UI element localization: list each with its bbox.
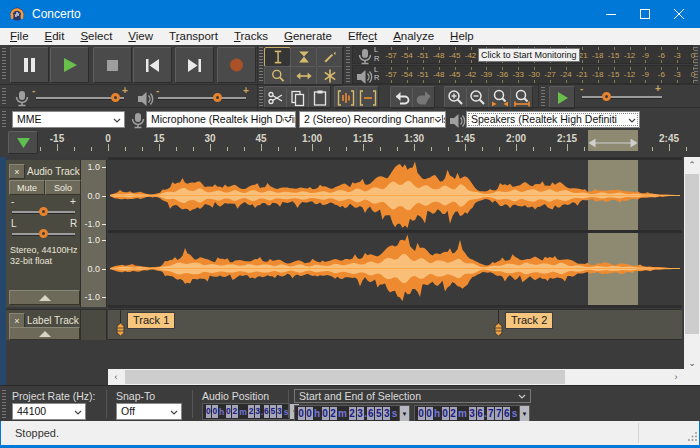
scroll-right-arrow[interactable]: › [669, 370, 683, 384]
minimize-button[interactable] [594, 0, 628, 28]
menu-file[interactable]: File [2, 28, 37, 45]
horizontal-scrollbar[interactable]: ‹ › [108, 369, 684, 385]
time-digit[interactable]: 6 [503, 407, 510, 420]
timeline-ruler[interactable]: -1501530451:001:151:301:452:002:152:302:… [0, 130, 700, 157]
play-speed-thumb[interactable] [602, 92, 611, 101]
playback-device-combo[interactable]: Speakers (Realtek High Definiti [466, 111, 640, 128]
menu-view[interactable]: View [120, 28, 161, 45]
resize-grip[interactable] [687, 431, 698, 442]
zoom-out-button[interactable] [466, 86, 489, 109]
time-field-arrow[interactable]: ▼ [399, 406, 409, 421]
time-digit[interactable]: 2 [349, 407, 356, 420]
scroll-down-arrow[interactable]: ⌄ [684, 356, 700, 370]
time-digit[interactable]: 5 [270, 405, 276, 418]
cut-button[interactable] [264, 86, 287, 109]
maximize-button[interactable] [628, 0, 662, 28]
transport-toolbar-grip[interactable] [2, 48, 6, 81]
tools-toolbar-grip[interactable] [259, 47, 263, 82]
copy-button[interactable] [286, 86, 309, 109]
mixer-toolbar-grip[interactable] [2, 88, 6, 106]
zoom-tool-button[interactable] [264, 66, 291, 86]
audio-track-collapse-button[interactable] [9, 290, 80, 305]
play-speed-grip[interactable] [541, 87, 545, 107]
time-digit[interactable]: 0 [418, 407, 425, 420]
stop-button[interactable] [93, 47, 132, 83]
audio-host-combo[interactable]: MME [12, 111, 125, 128]
record-button[interactable] [217, 47, 256, 83]
audio-position-field[interactable]: 00h02m23.653s▼ [202, 403, 290, 420]
skip-start-button[interactable] [133, 47, 172, 83]
time-digit[interactable]: 0 [206, 405, 212, 418]
pause-button[interactable] [10, 47, 49, 83]
vertical-scroll-thumb[interactable] [685, 174, 699, 334]
time-digit[interactable]: s [392, 408, 398, 419]
time-digit[interactable]: 3 [469, 407, 476, 420]
timeline-options-button[interactable] [8, 131, 38, 154]
zoom-fit-button[interactable] [510, 86, 533, 109]
mute-button[interactable]: Mute [9, 180, 45, 195]
vertical-scale-ruler[interactable]: 1.00.0-1.01.00.0-1.0 [81, 160, 107, 307]
recording-device-combo[interactable]: Microphone (Realtek High Defini [146, 111, 296, 128]
monitoring-tooltip[interactable]: Click to Start Monitoring [478, 48, 580, 62]
time-digit[interactable]: m [338, 408, 347, 419]
time-digit[interactable]: 7 [495, 407, 502, 420]
scroll-up-arrow[interactable]: ⌃ [684, 158, 700, 172]
playback-meter[interactable]: LR-57-54-51-48-45-42-39-36-33-30-27-24-2… [352, 65, 693, 84]
menu-help[interactable]: Help [442, 28, 482, 45]
horizontal-scroll-thumb[interactable] [125, 370, 565, 384]
undo-button[interactable] [390, 86, 413, 109]
time-digit[interactable]: 2 [330, 407, 337, 420]
time-digit[interactable]: 0 [226, 405, 232, 418]
paste-button[interactable] [308, 86, 331, 109]
edit-toolbar-grip[interactable] [259, 87, 263, 107]
recording-meter-grip[interactable] [346, 47, 350, 63]
time-digit[interactable]: h [314, 408, 320, 419]
play-button[interactable] [50, 47, 89, 83]
time-digit[interactable]: 6 [264, 405, 270, 418]
play-at-speed-button[interactable] [549, 86, 575, 109]
silence-audio-button[interactable] [356, 86, 379, 109]
gain-slider-thumb[interactable] [39, 207, 48, 216]
waveform-canvas[interactable] [108, 157, 682, 308]
time-digit[interactable]: m [458, 408, 467, 419]
draw-tool-button[interactable] [316, 47, 343, 67]
scroll-left-arrow[interactable]: ‹ [109, 370, 123, 384]
menu-edit[interactable]: Edit [37, 28, 73, 45]
snap-to-combo[interactable]: Off [116, 403, 182, 420]
time-digit[interactable]: h [434, 408, 440, 419]
label-marker[interactable] [493, 322, 504, 335]
recording-volume-thumb[interactable] [111, 93, 120, 102]
time-digit[interactable]: 0 [212, 405, 218, 418]
time-digit[interactable]: m [239, 407, 247, 417]
time-digit[interactable]: h [219, 407, 224, 417]
label-chip[interactable]: Track 1 [127, 312, 175, 329]
menu-effect[interactable]: Effect [340, 28, 385, 45]
time-digit[interactable]: 6 [477, 407, 484, 420]
skip-end-button[interactable] [175, 47, 214, 83]
envelope-tool-button[interactable] [290, 47, 317, 67]
recording-channels-combo[interactable]: 2 (Stereo) Recording Channels [299, 111, 446, 128]
label-track-close-button[interactable]: × [9, 313, 25, 328]
device-toolbar-grip[interactable] [2, 111, 6, 128]
time-digit[interactable]: 3 [255, 405, 261, 418]
label-marker[interactable] [115, 322, 126, 335]
time-digit[interactable]: 5 [375, 407, 382, 420]
audio-track-close-button[interactable]: × [9, 164, 25, 179]
label-chip[interactable]: Track 2 [505, 312, 553, 329]
zoom-selection-button[interactable] [488, 86, 511, 109]
time-digit[interactable]: 2 [248, 405, 254, 418]
selection-start-field[interactable]: 00h02m23.653s▼ [294, 405, 410, 422]
menu-select[interactable]: Select [72, 28, 120, 45]
vertical-scrollbar[interactable]: ⌃ ⌄ [684, 157, 700, 369]
time-digit[interactable]: 2 [232, 405, 238, 418]
selection-toolbar-grip[interactable] [2, 390, 6, 418]
label-track-name[interactable]: Label Track ▼ [27, 315, 88, 326]
menu-tracks[interactable]: Tracks [226, 28, 276, 45]
time-digit[interactable]: 3 [383, 407, 390, 420]
menu-generate[interactable]: Generate [276, 28, 340, 45]
menu-analyze[interactable]: Analyze [385, 28, 442, 45]
time-digit[interactable]: 7 [487, 407, 494, 420]
solo-button[interactable]: Solo [45, 180, 81, 195]
playback-volume-thumb[interactable] [213, 93, 222, 102]
time-digit[interactable]: 3 [277, 405, 283, 418]
